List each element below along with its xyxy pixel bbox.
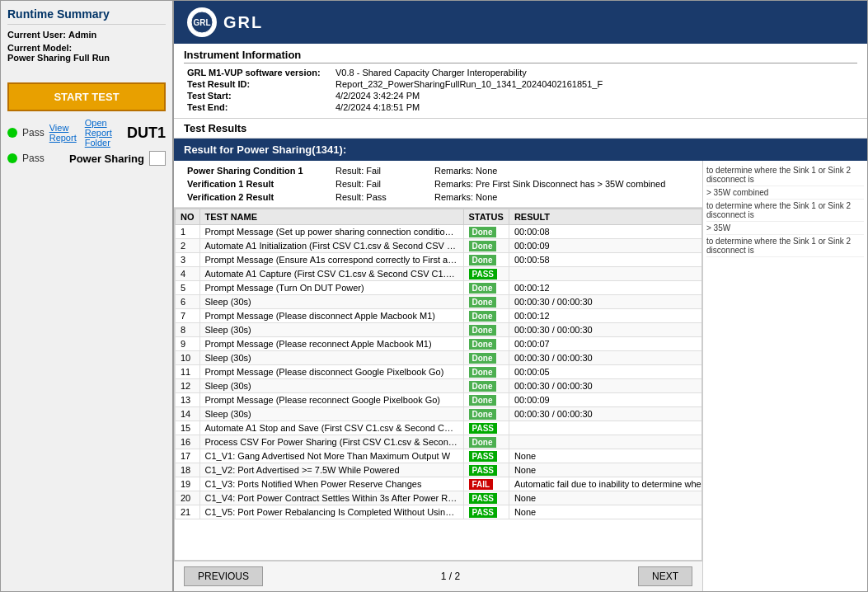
row-result: 00:00:12	[509, 309, 702, 323]
result-label: Verification 1 Result	[184, 177, 332, 190]
row-status: Done	[463, 225, 509, 239]
row-result: 00:00:30 / 00:00:30	[509, 351, 702, 365]
pass-badge: Pass	[22, 153, 45, 164]
instrument-info-row: Test End:4/2/2024 4:18:51 PM	[184, 101, 857, 113]
row-result: None	[509, 505, 702, 519]
instrument-info-row: Test Start:4/2/2024 3:42:24 PM	[184, 90, 857, 101]
row-name: Sleep (30s)	[199, 295, 463, 309]
svg-text:GRL: GRL	[193, 18, 210, 27]
table-row: 3 Prompt Message (Ensure A1s correspond …	[176, 253, 703, 267]
grl-logo: GRL GRL	[187, 7, 263, 37]
grl-brand-text: GRL	[223, 13, 263, 32]
row-name: Sleep (30s)	[199, 351, 463, 365]
result-value: Result: Fail	[332, 177, 431, 190]
info-label: Test End:	[184, 101, 332, 113]
row-no: 17	[176, 449, 200, 463]
result-remarks: Remarks: Pre First Sink Disconnect has >…	[431, 177, 692, 190]
row-name: C1_V5: Port Power Rebalancing Is Complet…	[199, 505, 463, 519]
info-label: Test Start:	[184, 90, 332, 101]
row-name: Automate A1 Capture (First CSV C1.csv & …	[199, 267, 463, 281]
test-table-container[interactable]: NO TEST NAME STATUS RESULT LIMIT 1 Promp…	[174, 208, 702, 561]
row-result: 00:00:30 / 00:00:30	[509, 379, 702, 393]
row-status: Done	[463, 379, 509, 393]
row-result: 00:00:05	[509, 365, 702, 379]
remark-item: to determine where the Sink 1 or Sink 2 …	[706, 164, 864, 186]
left-tests: Power Sharing Condition 1 Result: Fail R…	[174, 161, 702, 591]
row-name: C1_V1: Gang Advertised Not More Than Max…	[199, 449, 463, 463]
row-name: Sleep (30s)	[199, 379, 463, 393]
table-row: 15 Automate A1 Stop and Save (First CSV …	[176, 421, 703, 435]
table-row: 10 Sleep (30s) Done 00:00:30 / 00:00:30	[176, 351, 703, 365]
page-info: 1 / 2	[441, 571, 460, 582]
result-table: Power Sharing Condition 1 Result: Fail R…	[184, 164, 692, 204]
row-result: None	[509, 449, 702, 463]
pass-badge-row: Pass Power Sharing	[7, 151, 166, 166]
row-no: 5	[176, 281, 200, 295]
row-status: PASS	[463, 421, 509, 435]
row-status: Done	[463, 309, 509, 323]
row-status: Done	[463, 435, 509, 449]
result-value: Result: Fail	[332, 164, 431, 177]
row-result	[509, 421, 702, 435]
open-report-folder-link[interactable]: Open Report Folder	[85, 118, 122, 148]
row-no: 3	[176, 253, 200, 267]
result-value: Result: Pass	[332, 190, 431, 204]
col-status: STATUS	[463, 209, 509, 225]
table-row: 2 Automate A1 Initialization (First CSV …	[176, 239, 703, 253]
runtime-summary-title: Runtime Summary	[7, 7, 166, 25]
status-indicator	[7, 128, 17, 138]
row-status: PASS	[463, 505, 509, 519]
table-row: 11 Prompt Message (Please disconnect Goo…	[176, 365, 703, 379]
table-row: 13 Prompt Message (Please reconnect Goog…	[176, 393, 703, 407]
result-header: Result for Power Sharing(1341):	[174, 139, 867, 161]
table-row: 4 Automate A1 Capture (First CSV C1.csv …	[176, 267, 703, 281]
row-status: Done	[463, 407, 509, 421]
row-no: 19	[176, 477, 200, 491]
table-row: 5 Prompt Message (Turn On DUT Power) Don…	[176, 281, 703, 295]
col-result: RESULT	[509, 209, 702, 225]
table-row: 14 Sleep (30s) Done 00:00:30 / 00:00:30	[176, 407, 703, 421]
result-rows-section: Power Sharing Condition 1 Result: Fail R…	[174, 161, 702, 208]
info-value: Report_232_PowerSharingFullRun_10_1341_2…	[332, 78, 857, 90]
row-name: Prompt Message (Ensure A1s correspond co…	[199, 253, 463, 267]
previous-button[interactable]: PREVIOUS	[184, 566, 263, 586]
row-result: 00:00:30 / 00:00:30	[509, 323, 702, 337]
row-result: 00:00:58	[509, 253, 702, 267]
row-no: 16	[176, 435, 200, 449]
col-no: NO	[176, 209, 200, 225]
table-row: 12 Sleep (30s) Done 00:00:30 / 00:00:30	[176, 379, 703, 393]
row-name: Prompt Message (Please disconnect Google…	[199, 365, 463, 379]
row-name: Prompt Message (Set up power sharing con…	[199, 225, 463, 239]
test-table: NO TEST NAME STATUS RESULT LIMIT 1 Promp…	[175, 209, 702, 519]
table-row: 1 Prompt Message (Set up power sharing c…	[176, 225, 703, 239]
table-row: 18 C1_V2: Port Advertised >= 7.5W While …	[176, 463, 703, 477]
power-sharing-label: Power Sharing	[69, 153, 144, 165]
start-test-button[interactable]: START TEST	[7, 82, 166, 111]
pass-text: Pass	[22, 127, 45, 139]
row-no: 13	[176, 393, 200, 407]
next-button[interactable]: NEXT	[638, 566, 692, 586]
row-name: Prompt Message (Please reconnect Google …	[199, 393, 463, 407]
info-value: 4/2/2024 4:18:51 PM	[332, 101, 857, 113]
table-row: 7 Prompt Message (Please disconnect Appl…	[176, 309, 703, 323]
dut-label: DUT1	[127, 125, 166, 142]
test-results-section-title: Test Results	[174, 119, 867, 139]
current-user-label: Current User:	[7, 30, 66, 40]
result-label: Power Sharing Condition 1	[184, 164, 332, 177]
row-status: Done	[463, 281, 509, 295]
table-row: 9 Prompt Message (Please reconnect Apple…	[176, 337, 703, 351]
row-status: Done	[463, 323, 509, 337]
info-label: Test Result ID:	[184, 78, 332, 90]
row-result	[509, 435, 702, 449]
view-report-link[interactable]: View Report	[49, 123, 77, 143]
remark-item: to determine where the Sink 1 or Sink 2 …	[706, 200, 864, 222]
row-no: 7	[176, 309, 200, 323]
row-no: 1	[176, 225, 200, 239]
instrument-info-row: Test Result ID:Report_232_PowerSharingFu…	[184, 78, 857, 90]
row-result: 00:00:12	[509, 281, 702, 295]
row-no: 20	[176, 491, 200, 505]
row-no: 15	[176, 421, 200, 435]
row-name: Automate A1 Stop and Save (First CSV C1.…	[199, 421, 463, 435]
row-name: Automate A1 Initialization (First CSV C1…	[199, 239, 463, 253]
row-result: None	[509, 463, 702, 477]
